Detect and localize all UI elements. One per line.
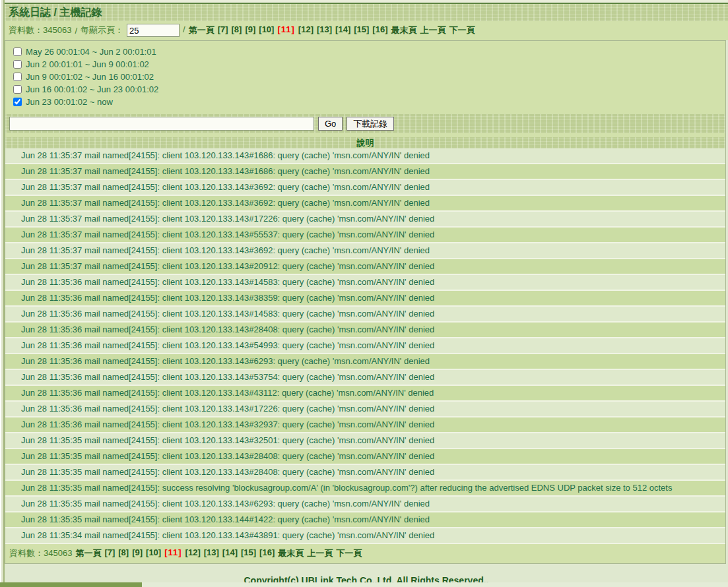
log-row: Jun 28 11:35:37 mail named[24155]: clien… — [5, 228, 725, 243]
date-range-label: Jun 23 00:01:02 ~ now — [26, 97, 113, 107]
date-range-row: Jun 16 00:01:02 ~ Jun 23 00:01:02 — [13, 83, 725, 96]
log-row: Jun 28 11:35:37 mail named[24155]: clien… — [5, 259, 725, 275]
date-range-row: Jun 23 00:01:02 ~ now — [13, 96, 725, 108]
per-page-input[interactable] — [127, 24, 180, 37]
date-range-label: Jun 2 00:01:01 ~ Jun 9 00:01:02 — [26, 59, 149, 69]
page-link-8[interactable]: [8] — [232, 24, 242, 36]
log-row: Jun 28 11:35:36 mail named[24155]: clien… — [5, 291, 725, 307]
page-link-13[interactable]: [13] — [317, 24, 332, 36]
log-row: Jun 28 11:35:35 mail named[24155]: clien… — [5, 497, 725, 512]
page-link-first[interactable]: 第一頁 — [189, 24, 215, 36]
page-link-next[interactable]: 下一頁 — [336, 547, 362, 559]
log-row: Jun 28 11:35:37 mail named[24155]: clien… — [5, 180, 725, 196]
date-range-label: Jun 9 00:01:02 ~ Jun 16 00:01:02 — [26, 72, 154, 82]
log-row: Jun 28 11:35:37 mail named[24155]: clien… — [5, 243, 725, 259]
page-link-14[interactable]: [14] — [222, 547, 238, 559]
page-link-8[interactable]: [8] — [118, 547, 129, 559]
page-link-7[interactable]: [7] — [104, 547, 115, 559]
page-link-15[interactable]: [15] — [241, 547, 256, 559]
page-link-12[interactable]: [12] — [298, 24, 314, 36]
date-range-checkbox[interactable] — [13, 98, 22, 106]
date-range-label: Jun 16 00:01:02 ~ Jun 23 00:01:02 — [26, 84, 158, 94]
page-link-current[interactable]: [11] — [277, 24, 294, 36]
log-row: Jun 28 11:35:35 mail named[24155]: clien… — [5, 465, 725, 481]
top-pagination: 資料數：345063 / 每顯示頁： /第一頁[7][8][9][10][11]… — [5, 21, 728, 40]
search-input[interactable] — [9, 117, 314, 131]
bottom-pagination: 資料數：345063 第一頁[7][8][9][10][11][12][13][… — [5, 544, 725, 563]
record-count-bottom: 資料數：345063 — [9, 547, 72, 559]
date-range-label: May 26 00:01:04 ~ Jun 2 00:01:01 — [26, 47, 156, 57]
page-link-10[interactable]: [10] — [146, 547, 161, 559]
date-range-row: Jun 2 00:01:01 ~ Jun 9 00:01:02 — [13, 58, 725, 71]
main-content: 系統日誌 / 主機記錄 資料數：345063 / 每顯示頁： /第一頁[7][8… — [5, 0, 728, 587]
page-title: 系統日誌 / 主機記錄 — [9, 6, 102, 20]
log-row: Jun 28 11:35:36 mail named[24155]: clien… — [5, 323, 725, 338]
date-range-checkbox[interactable] — [13, 85, 22, 94]
bottom-page-links: 第一頁[7][8][9][10][11][12][13][14][15][16]… — [75, 547, 362, 559]
date-range-checkbox[interactable] — [13, 73, 22, 81]
bottom-frame-block — [0, 582, 142, 587]
date-range-checkbox[interactable] — [13, 47, 22, 56]
log-row: Jun 28 11:35:36 mail named[24155]: clien… — [5, 275, 725, 291]
log-panel: May 26 00:01:04 ~ Jun 2 00:01:01Jun 2 00… — [5, 40, 726, 564]
log-row: Jun 28 11:35:36 mail named[24155]: clien… — [5, 386, 725, 402]
bottom-frame-strip — [0, 582, 728, 587]
page-link-9[interactable]: [9] — [132, 547, 143, 559]
page-link-7[interactable]: [7] — [218, 24, 228, 36]
log-row: Jun 28 11:35:35 mail named[24155]: clien… — [5, 512, 725, 528]
date-range-checkbox[interactable] — [13, 60, 22, 69]
page-link-current[interactable]: [11] — [164, 547, 182, 559]
page-link-12[interactable]: [12] — [185, 547, 201, 559]
log-row: Jun 28 11:35:36 mail named[24155]: clien… — [5, 417, 725, 433]
log-row: Jun 28 11:35:35 mail named[24155]: succe… — [5, 481, 725, 497]
log-row: Jun 28 11:35:35 mail named[24155]: clien… — [5, 449, 725, 465]
page-link-14[interactable]: [14] — [335, 24, 350, 36]
page-link-15[interactable]: [15] — [354, 24, 369, 36]
left-frame-border — [3, 0, 5, 582]
log-table-body: Jun 28 11:35:37 mail named[24155]: clien… — [5, 148, 725, 544]
log-row: Jun 28 11:35:36 mail named[24155]: clien… — [5, 402, 725, 417]
date-range-row: May 26 00:01:04 ~ Jun 2 00:01:01 — [13, 46, 725, 58]
page-link-first[interactable]: 第一頁 — [75, 547, 101, 559]
page-link-last[interactable]: 最末頁 — [391, 24, 416, 36]
log-row: Jun 28 11:35:34 mail named[24155]: clien… — [5, 528, 725, 544]
go-button[interactable]: Go — [318, 117, 343, 131]
log-row: Jun 28 11:35:37 mail named[24155]: clien… — [5, 196, 725, 212]
page-link-16[interactable]: [16] — [259, 547, 275, 559]
search-bar: Go 下載記錄 — [5, 114, 725, 133]
separator-slash: / — [75, 26, 77, 36]
log-row: Jun 28 11:35:36 mail named[24155]: clien… — [5, 307, 725, 323]
log-row: Jun 28 11:35:37 mail named[24155]: clien… — [5, 164, 725, 180]
date-range-row: Jun 9 00:01:02 ~ Jun 16 00:01:02 — [13, 71, 725, 83]
page-link-9[interactable]: [9] — [245, 24, 255, 36]
log-row: Jun 28 11:35:37 mail named[24155]: clien… — [5, 212, 725, 228]
separator-slash: / — [183, 24, 185, 36]
page-link-last[interactable]: 最末頁 — [278, 547, 304, 559]
page-link-13[interactable]: [13] — [204, 547, 219, 559]
log-row: Jun 28 11:35:37 mail named[24155]: clien… — [5, 148, 725, 164]
top-page-links: /第一頁[7][8][9][10][11][12][13][14][15][16… — [183, 24, 475, 36]
table-header: 說明 — [5, 137, 725, 148]
log-row: Jun 28 11:35:36 mail named[24155]: clien… — [5, 338, 725, 354]
download-records-button[interactable]: 下載記錄 — [347, 117, 394, 131]
date-filter-box: May 26 00:01:04 ~ Jun 2 00:01:01Jun 2 00… — [5, 41, 725, 114]
log-row: Jun 28 11:35:36 mail named[24155]: clien… — [5, 370, 725, 386]
page-link-prev[interactable]: 上一頁 — [420, 24, 446, 36]
record-count: 資料數：345063 — [9, 24, 71, 36]
log-row: Jun 28 11:35:35 mail named[24155]: clien… — [5, 433, 725, 449]
log-row: Jun 28 11:35:36 mail named[24155]: clien… — [5, 354, 725, 370]
per-page-label: 每顯示頁： — [81, 24, 123, 36]
page-link-next[interactable]: 下一頁 — [449, 24, 475, 36]
page-link-10[interactable]: [10] — [259, 24, 274, 36]
page-link-prev[interactable]: 上一頁 — [307, 547, 333, 559]
title-bar: 系統日誌 / 主機記錄 — [5, 3, 728, 21]
page-link-16[interactable]: [16] — [372, 24, 387, 36]
